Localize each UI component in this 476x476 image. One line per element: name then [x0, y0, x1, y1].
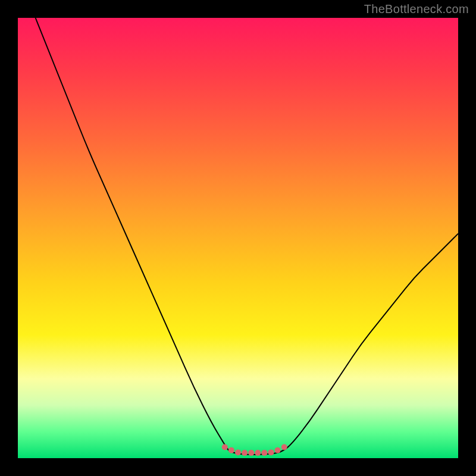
valley-marker [248, 450, 254, 456]
valley-marker [222, 444, 228, 450]
valley-marker [228, 447, 234, 453]
valley-marker [235, 449, 241, 455]
valley-marker [281, 444, 287, 450]
chart-frame: TheBottleneck.com [0, 0, 476, 476]
chart-svg [18, 18, 458, 458]
valley-marker [255, 450, 261, 456]
valley-marker [261, 450, 267, 456]
valley-marker [268, 449, 274, 455]
plot-area [18, 18, 458, 458]
valley-marker [275, 447, 281, 453]
valley-marker [242, 450, 248, 456]
watermark-text: TheBottleneck.com [364, 2, 469, 16]
bottleneck-curve [36, 18, 458, 455]
